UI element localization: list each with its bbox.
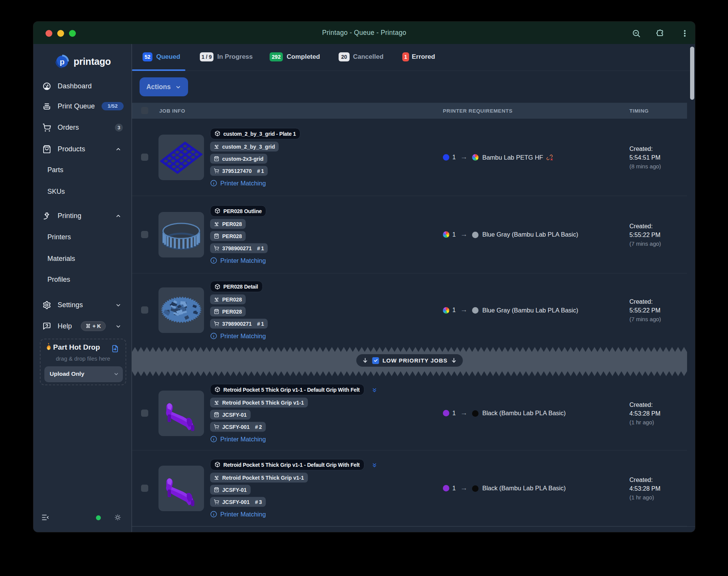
- svg-text:p: p: [60, 57, 65, 66]
